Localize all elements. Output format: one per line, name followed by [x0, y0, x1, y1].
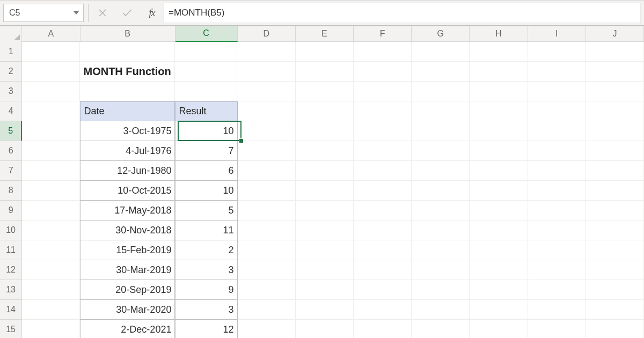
cell-C6[interactable]: 7 [175, 141, 237, 161]
cell-A11[interactable] [22, 240, 80, 260]
cell-F1[interactable] [354, 42, 412, 62]
cell-C8[interactable]: 10 [175, 181, 237, 201]
cell-H2[interactable] [470, 62, 528, 82]
cell-H11[interactable] [470, 240, 528, 260]
cell-I9[interactable] [528, 201, 586, 221]
cell-I7[interactable] [528, 161, 586, 181]
cell-B8[interactable]: 10-Oct-2015 [80, 181, 175, 201]
cell-G5[interactable] [412, 121, 470, 141]
row-header-2[interactable]: 2 [0, 62, 22, 82]
cell-C15[interactable]: 12 [175, 320, 237, 338]
cell-B1[interactable] [80, 42, 175, 62]
cell-D13[interactable] [238, 280, 296, 300]
cell-A15[interactable] [22, 320, 80, 338]
cell-A6[interactable] [22, 141, 80, 161]
cell-E11[interactable] [296, 240, 354, 260]
cell-A10[interactable] [22, 221, 80, 240]
cell-B3[interactable] [80, 82, 175, 101]
cell-D3[interactable] [237, 82, 295, 101]
cell-J7[interactable] [586, 161, 644, 181]
cell-A9[interactable] [22, 201, 80, 221]
row-header-6[interactable]: 6 [0, 141, 22, 161]
row-header-13[interactable]: 13 [0, 280, 22, 300]
cell-A7[interactable] [22, 161, 80, 181]
row-header-8[interactable]: 8 [0, 181, 22, 201]
cell-F8[interactable] [354, 181, 412, 201]
column-header-F[interactable]: F [354, 26, 412, 41]
cell-I5[interactable] [528, 121, 586, 141]
cell-E9[interactable] [296, 201, 354, 221]
column-header-C[interactable]: C [175, 26, 238, 42]
cell-F10[interactable] [354, 221, 412, 240]
cell-I4[interactable] [528, 101, 586, 121]
cell-C2[interactable] [175, 62, 237, 82]
cell-H9[interactable] [470, 201, 528, 221]
cancel-button[interactable] [96, 6, 109, 19]
cell-E6[interactable] [296, 141, 354, 161]
cell-H4[interactable] [470, 101, 528, 121]
cell-B6[interactable]: 4-Jul-1976 [80, 141, 175, 161]
cell-E10[interactable] [296, 221, 354, 240]
cell-E13[interactable] [296, 280, 354, 300]
cell-J4[interactable] [586, 101, 644, 121]
cell-E4[interactable] [296, 101, 354, 121]
cell-F5[interactable] [354, 121, 412, 141]
row-header-7[interactable]: 7 [0, 161, 22, 181]
cell-F6[interactable] [354, 141, 412, 161]
cell-A4[interactable] [22, 101, 80, 121]
cell-H1[interactable] [470, 42, 528, 62]
cell-B9[interactable]: 17-May-2018 [80, 201, 175, 221]
cell-D9[interactable] [238, 201, 296, 221]
cell-B12[interactable]: 30-Mar-2019 [80, 260, 175, 280]
column-header-G[interactable]: G [412, 26, 470, 41]
cell-E8[interactable] [296, 181, 354, 201]
cell-J13[interactable] [586, 280, 644, 300]
row-header-11[interactable]: 11 [0, 240, 22, 260]
cell-G9[interactable] [412, 201, 470, 221]
column-header-H[interactable]: H [470, 26, 528, 41]
fill-handle[interactable] [239, 138, 244, 143]
cell-A2[interactable] [22, 62, 80, 82]
cell-D4[interactable] [238, 101, 296, 121]
cell-G12[interactable] [412, 260, 470, 280]
row-header-1[interactable]: 1 [0, 42, 22, 62]
cell-J8[interactable] [586, 181, 644, 201]
cell-H5[interactable] [470, 121, 528, 141]
chevron-down-icon[interactable] [74, 11, 79, 14]
cell-H13[interactable] [470, 280, 528, 300]
row-header-9[interactable]: 9 [0, 201, 22, 221]
cell-G10[interactable] [412, 221, 470, 240]
cell-I3[interactable] [528, 82, 586, 101]
cell-A5[interactable] [22, 121, 80, 141]
cell-D15[interactable] [238, 320, 296, 338]
cell-J11[interactable] [586, 240, 644, 260]
formula-input[interactable]: =MONTH(B5) [164, 3, 641, 23]
cell-D11[interactable] [238, 240, 296, 260]
cell-H8[interactable] [470, 181, 528, 201]
row-header-4[interactable]: 4 [0, 101, 22, 121]
cell-E7[interactable] [296, 161, 354, 181]
cell-C5[interactable]: 10 [175, 121, 237, 141]
cell-F9[interactable] [354, 201, 412, 221]
column-header-E[interactable]: E [296, 26, 354, 41]
cell-I10[interactable] [528, 221, 586, 240]
cell-G1[interactable] [412, 42, 470, 62]
row-header-15[interactable]: 15 [0, 320, 22, 338]
cell-C7[interactable]: 6 [175, 161, 237, 181]
cell-H6[interactable] [470, 141, 528, 161]
cell-I15[interactable] [528, 320, 586, 338]
cell-I8[interactable] [528, 181, 586, 201]
cell-G15[interactable] [412, 320, 470, 338]
enter-button[interactable] [121, 6, 134, 19]
cell-C10[interactable]: 11 [175, 221, 237, 240]
cell-I13[interactable] [528, 280, 586, 300]
cell-J12[interactable] [586, 260, 644, 280]
cell-J15[interactable] [586, 320, 644, 338]
cell-B7[interactable]: 12-Jun-1980 [80, 161, 175, 181]
cell-H14[interactable] [470, 300, 528, 320]
cell-H15[interactable] [470, 320, 528, 338]
cell-B15[interactable]: 2-Dec-2021 [80, 320, 175, 338]
insert-function-button[interactable]: fx [145, 6, 158, 19]
cell-B11[interactable]: 15-Feb-2019 [80, 240, 175, 260]
column-header-A[interactable]: A [22, 26, 80, 41]
